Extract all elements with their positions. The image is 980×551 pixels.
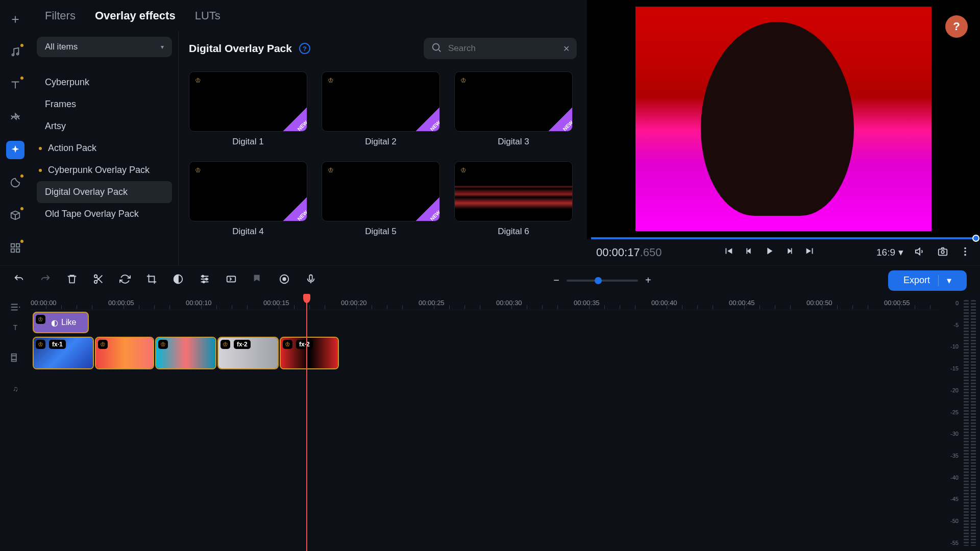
crop-button[interactable] bbox=[146, 273, 157, 287]
timecode: 00:00:17.650 bbox=[596, 246, 662, 259]
rail-more[interactable] bbox=[6, 239, 24, 257]
svg-point-16 bbox=[206, 278, 208, 280]
rotate-button[interactable] bbox=[119, 273, 131, 287]
crown-icon: ♔ bbox=[158, 340, 168, 349]
crown-icon: ♔ bbox=[325, 75, 336, 86]
clear-search-icon[interactable]: ✕ bbox=[563, 44, 570, 54]
help-button[interactable]: ? bbox=[945, 15, 968, 38]
video-clip[interactable]: ♔fx·2 bbox=[280, 337, 339, 369]
category-item[interactable]: Frames bbox=[37, 93, 172, 115]
track-text-icon[interactable]: T bbox=[13, 323, 18, 332]
category-item[interactable]: Digital Overlay Pack bbox=[37, 181, 172, 203]
split-button[interactable] bbox=[93, 273, 104, 287]
content-title: Digital Overlay Pack bbox=[189, 42, 292, 55]
crown-icon: ♔ bbox=[458, 75, 469, 86]
prev-frame-button[interactable] bbox=[743, 245, 754, 259]
search-input[interactable] bbox=[448, 43, 557, 54]
adjust-button[interactable] bbox=[199, 273, 210, 287]
category-item[interactable]: Action Pack bbox=[37, 137, 172, 159]
video-clip[interactable]: ♔fx·1 bbox=[33, 337, 94, 369]
export-button[interactable]: Export▾ bbox=[888, 270, 967, 291]
moon-icon: ◐ bbox=[51, 318, 58, 328]
audio-meters: 0-5-10-15-20-25-30-35-40-45-50-55 bbox=[939, 295, 980, 551]
zoom-out-button[interactable]: − bbox=[553, 274, 559, 286]
svg-rect-5 bbox=[16, 249, 19, 252]
transition-button[interactable] bbox=[226, 273, 237, 287]
category-sidebar: All items ▾ CyberpunkFramesArtsyAction P… bbox=[31, 32, 179, 265]
timeline-toolbar: − + Export▾ bbox=[0, 265, 980, 295]
preview-panel: ? 00:00:17.650 16:9▾ bbox=[587, 0, 980, 265]
timeline: T ♫ 00:00:0000:00:0500:00:1000:00:1500:0… bbox=[0, 295, 980, 551]
crown-icon: ♔ bbox=[325, 165, 336, 176]
playhead[interactable] bbox=[306, 295, 307, 551]
svg-rect-24 bbox=[12, 359, 16, 361]
dropdown-label: All items bbox=[45, 42, 78, 52]
marker-button[interactable] bbox=[252, 273, 263, 287]
mute-button[interactable] bbox=[915, 246, 926, 259]
chevron-down-icon: ▾ bbox=[161, 43, 164, 51]
video-clip[interactable]: ♔ bbox=[155, 337, 216, 369]
category-item[interactable]: Cyberpunk Overlay Pack bbox=[37, 159, 172, 181]
effect-card[interactable]: ♔Digital 3 bbox=[454, 71, 573, 147]
tool-rail bbox=[0, 0, 31, 265]
info-icon[interactable]: ? bbox=[299, 43, 310, 54]
track-video-icon[interactable] bbox=[10, 352, 21, 365]
svg-point-20 bbox=[283, 278, 286, 281]
title-clip[interactable]: ♔ ◐ Like bbox=[33, 312, 89, 333]
timeline-ruler[interactable]: 00:00:0000:00:0500:00:1000:00:1500:00:20… bbox=[31, 295, 939, 310]
svg-rect-2 bbox=[11, 244, 14, 247]
tab-luts[interactable]: LUTs bbox=[195, 9, 220, 22]
crown-icon: ♔ bbox=[98, 340, 108, 349]
tab-overlay-effects[interactable]: Overlay effects bbox=[95, 9, 176, 22]
svg-rect-7 bbox=[939, 249, 947, 255]
effect-card[interactable]: ♔Digital 5 bbox=[322, 161, 440, 237]
rail-transitions[interactable] bbox=[6, 108, 24, 127]
effect-card[interactable]: ♔Digital 2 bbox=[322, 71, 440, 147]
rail-audio[interactable] bbox=[6, 43, 24, 61]
goto-end-button[interactable] bbox=[804, 245, 816, 259]
preview-viewport[interactable] bbox=[587, 0, 980, 237]
zoom-slider[interactable] bbox=[567, 280, 638, 282]
rail-add[interactable] bbox=[6, 10, 24, 29]
category-item[interactable]: Artsy bbox=[37, 115, 172, 137]
record-button[interactable] bbox=[279, 273, 290, 287]
video-clip[interactable]: ♔ bbox=[95, 337, 154, 369]
rail-elements[interactable] bbox=[6, 206, 24, 224]
effect-card[interactable]: ♔Digital 6 bbox=[454, 161, 573, 237]
video-clip[interactable]: ♔fx·2 bbox=[217, 337, 279, 369]
rail-effects[interactable] bbox=[6, 141, 24, 159]
aspect-ratio-selector[interactable]: 16:9▾ bbox=[876, 246, 903, 258]
effect-card[interactable]: ♔Digital 4 bbox=[189, 161, 307, 237]
svg-point-9 bbox=[964, 247, 966, 249]
tab-filters[interactable]: Filters bbox=[45, 9, 76, 22]
svg-point-17 bbox=[203, 281, 205, 283]
snapshot-button[interactable] bbox=[937, 246, 948, 259]
category-item[interactable]: Cyberpunk bbox=[37, 71, 172, 93]
search-box[interactable]: ✕ bbox=[424, 38, 577, 59]
svg-point-13 bbox=[94, 281, 97, 284]
rail-stickers[interactable] bbox=[6, 173, 24, 192]
category-item[interactable]: Old Tape Overlay Pack bbox=[37, 203, 172, 225]
play-button[interactable] bbox=[764, 245, 775, 259]
goto-start-button[interactable] bbox=[723, 245, 734, 259]
effect-card[interactable]: ♔Digital 1 bbox=[189, 71, 307, 147]
color-button[interactable] bbox=[173, 273, 184, 287]
delete-button[interactable] bbox=[66, 273, 78, 287]
svg-point-10 bbox=[964, 251, 966, 253]
voiceover-button[interactable] bbox=[305, 273, 316, 287]
zoom-control[interactable]: − + bbox=[553, 274, 651, 286]
preview-menu-button[interactable] bbox=[960, 246, 971, 259]
svg-point-15 bbox=[202, 276, 204, 278]
zoom-in-button[interactable]: + bbox=[645, 274, 651, 286]
redo-button[interactable] bbox=[40, 273, 51, 287]
chevron-down-icon: ▾ bbox=[898, 246, 903, 258]
track-audio-icon[interactable]: ♫ bbox=[13, 385, 18, 393]
next-frame-button[interactable] bbox=[784, 245, 795, 259]
rail-text[interactable] bbox=[6, 76, 24, 94]
add-track-button[interactable] bbox=[10, 302, 21, 314]
undo-button[interactable] bbox=[13, 273, 24, 287]
svg-point-1 bbox=[17, 53, 19, 55]
svg-rect-23 bbox=[12, 354, 16, 356]
category-dropdown[interactable]: All items ▾ bbox=[37, 37, 172, 57]
seek-bar[interactable] bbox=[591, 237, 976, 239]
